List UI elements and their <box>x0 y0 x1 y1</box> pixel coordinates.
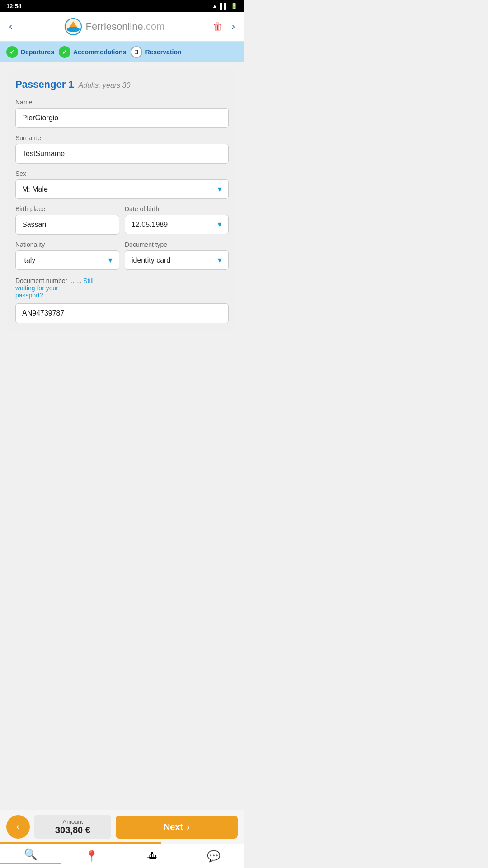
document-number-static-text: Document number ... <box>15 277 75 284</box>
signal-icon: ▌▌ <box>220 3 228 9</box>
battery-icon: 🔋 <box>230 3 238 9</box>
document-type-label: Document type <box>125 241 229 248</box>
date-of-birth-select-wrapper: 12.05.1989 ▼ <box>125 215 229 234</box>
birth-place-group: Birth place <box>15 199 119 235</box>
passenger-title-row: Passenger 1 Adults, years 30 <box>15 79 229 90</box>
delete-button[interactable]: 🗑 <box>213 21 223 33</box>
form-card: Passenger 1 Adults, years 30 Name Surnam… <box>7 70 237 332</box>
birth-row: Birth place Date of birth 12.05.1989 ▼ <box>15 199 229 235</box>
nationality-label: Nationality <box>15 241 119 248</box>
passenger-number: Passenger 1 <box>15 79 74 90</box>
name-label: Name <box>15 99 229 106</box>
surname-label: Surname <box>15 134 229 142</box>
sex-label: Sex <box>15 170 229 177</box>
sex-select-wrapper: M: Male F: Female ▼ <box>15 179 229 199</box>
document-number-input[interactable] <box>15 303 229 323</box>
document-note: Document number ... ... Stillwaiting for… <box>15 277 229 299</box>
status-icons: ▲ ▌▌ 🔋 <box>212 3 238 9</box>
document-type-select[interactable]: identity card passport <box>125 250 229 270</box>
nationality-group: Nationality Italy ▼ <box>15 235 119 270</box>
back-nav-button[interactable]: ‹ <box>6 18 15 35</box>
passenger-age: Adults, years 30 <box>79 81 131 90</box>
logo-icon <box>63 17 83 37</box>
name-input[interactable] <box>15 108 229 128</box>
accommodations-label: Accommodations <box>73 48 126 56</box>
surname-input[interactable] <box>15 144 229 164</box>
birth-place-input[interactable] <box>15 215 119 235</box>
date-of-birth-label: Date of birth <box>125 205 229 212</box>
date-of-birth-group: Date of birth 12.05.1989 ▼ <box>125 199 229 235</box>
birth-place-label: Birth place <box>15 205 119 212</box>
nationality-doc-row: Nationality Italy ▼ Document type identi… <box>15 235 229 270</box>
date-of-birth-select[interactable]: 12.05.1989 <box>125 215 229 234</box>
sex-select[interactable]: M: Male F: Female <box>15 179 229 199</box>
logo-area: Ferriesonline.com <box>63 17 165 37</box>
reservation-label: Reservation <box>145 48 181 56</box>
form-container: Passenger 1 Adults, years 30 Name Surnam… <box>0 62 244 391</box>
nationality-select-wrapper: Italy ▼ <box>15 250 119 270</box>
steps-bar: ✓ Departures ✓ Accommodations 3 Reservat… <box>0 42 244 62</box>
svg-point-2 <box>67 27 80 32</box>
wifi-icon: ▲ <box>212 3 218 9</box>
reservation-step-number: 3 <box>131 46 142 58</box>
document-type-select-wrapper: identity card passport ▼ <box>125 250 229 270</box>
departures-check-icon: ✓ <box>6 46 18 58</box>
step-accommodations[interactable]: ✓ Accommodations <box>59 46 126 58</box>
nationality-select[interactable]: Italy <box>15 250 119 270</box>
step-reservation[interactable]: 3 Reservation <box>131 46 181 58</box>
forward-nav-button[interactable]: › <box>229 18 238 35</box>
document-type-group: Document type identity card passport ▼ <box>125 235 229 270</box>
status-bar: 12:54 ▲ ▌▌ 🔋 <box>0 0 244 12</box>
logo-brand-text: Ferriesonline.com <box>86 21 165 33</box>
departures-label: Departures <box>21 48 54 56</box>
top-nav-bar: ‹ Ferriesonline.com 🗑 › <box>0 12 244 42</box>
accommodations-check-icon: ✓ <box>59 46 70 58</box>
status-time: 12:54 <box>6 3 21 9</box>
step-departures[interactable]: ✓ Departures <box>6 46 54 58</box>
